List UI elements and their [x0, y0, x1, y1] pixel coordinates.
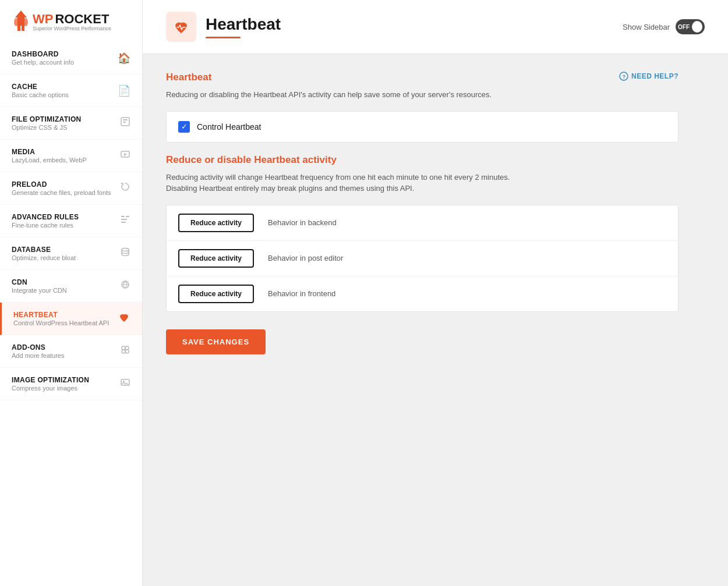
svg-rect-12	[126, 216, 129, 217]
svg-rect-6	[123, 119, 128, 120]
cdn-icon	[120, 279, 130, 293]
svg-text:?: ?	[622, 74, 625, 80]
behavior-row-backend: Reduce activity Behavior in backend	[167, 205, 678, 241]
sidebar-item-dashboard[interactable]: DASHBOARD Get help, account info 🏠	[0, 42, 142, 74]
need-help-link[interactable]: ? NEED HELP?	[619, 72, 678, 81]
add-ons-icon	[120, 345, 130, 358]
sidebar-toggle[interactable]: Show Sidebar OFF	[623, 19, 705, 34]
section1-title: Heartbeat	[166, 72, 211, 83]
sidebar-subtitle-cache: Basic cache options	[12, 91, 69, 98]
section2-title: Reduce or disable Heartbeat activity	[166, 154, 678, 166]
svg-point-4	[23, 18, 28, 26]
control-heartbeat-checkbox-wrap[interactable]: ✓ Control Heartbeat	[178, 121, 261, 133]
logo-rocket: ROCKET	[55, 12, 109, 27]
page-heartbeat-icon	[172, 18, 190, 35]
toggle-text: OFF	[678, 24, 690, 30]
toggle-switch[interactable]: OFF	[676, 19, 705, 34]
save-changes-button[interactable]: SAVE CHANGES	[166, 329, 266, 354]
svg-rect-1	[17, 25, 20, 31]
sidebar-subtitle-image-optimization: Compress your images	[12, 385, 89, 392]
behavior-post-editor-label: Behavior in post editor	[268, 254, 343, 262]
sidebar-title-heartbeat: HEARTBEAT	[13, 311, 109, 319]
control-heartbeat-label: Control Heartbeat	[197, 122, 261, 132]
svg-point-20	[123, 381, 125, 382]
svg-point-16	[125, 346, 129, 350]
media-icon	[120, 149, 130, 162]
svg-rect-2	[22, 25, 24, 31]
sidebar-item-cache[interactable]: CACHE Basic cache options 📄	[0, 74, 142, 107]
behavior-row-post-editor: Reduce activity Behavior in post editor	[167, 241, 678, 276]
sidebar-item-heartbeat[interactable]: HEARTBEAT Control WordPress Heartbeat AP…	[0, 303, 142, 335]
sidebar-item-preload[interactable]: PRELOAD Generate cache files, preload fo…	[0, 172, 142, 205]
cache-icon: 📄	[118, 84, 130, 97]
file-optimization-icon	[120, 116, 130, 130]
show-sidebar-label: Show Sidebar	[623, 23, 670, 31]
section2-description: Reducing activity will change Heartbeat …	[166, 172, 678, 194]
sidebar-title-advanced-rules: ADVANCED RULES	[12, 213, 79, 221]
page-title-underline	[206, 37, 241, 38]
page-header-left: Heartbeat	[166, 12, 281, 42]
behavior-row-frontend: Reduce activity Behavior in frontend	[167, 276, 678, 311]
sidebar-subtitle-database: Optimize, reduce bloat	[12, 254, 76, 261]
sidebar-item-file-optimization[interactable]: FILE OPTIMIZATION Optimize CSS & JS	[0, 107, 142, 140]
sidebar-item-advanced-rules[interactable]: ADVANCED RULES Fine-tune cache rules	[0, 205, 142, 237]
control-heartbeat-checkbox[interactable]: ✓	[178, 121, 190, 133]
toggle-knob	[692, 21, 702, 33]
sidebar-title-image-optimization: IMAGE OPTIMIZATION	[12, 376, 89, 384]
svg-point-15	[122, 346, 125, 350]
sidebar-subtitle-add-ons: Add more features	[12, 352, 65, 359]
reduce-activity-post-editor-button[interactable]: Reduce activity	[178, 249, 254, 268]
sidebar-subtitle-advanced-rules: Fine-tune cache rules	[12, 222, 79, 229]
logo-area: WP ROCKET Superior WordPress Performance	[0, 0, 142, 42]
logo-wp: WP	[33, 12, 53, 27]
sidebar-title-database: DATABASE	[12, 246, 76, 254]
svg-point-18	[125, 350, 129, 353]
svg-rect-10	[121, 219, 127, 220]
database-icon	[120, 247, 130, 260]
behavior-frontend-label: Behavior in frontend	[268, 289, 335, 298]
home-icon: 🏠	[118, 52, 130, 65]
reduce-activity-frontend-button[interactable]: Reduce activity	[178, 285, 254, 303]
preload-icon	[120, 182, 130, 195]
control-heartbeat-panel: ✓ Control Heartbeat	[166, 111, 678, 143]
sidebar-subtitle-file-optimization: Optimize CSS & JS	[12, 124, 82, 131]
sidebar-title-add-ons: ADD-ONS	[12, 343, 65, 351]
sidebar-item-image-optimization[interactable]: IMAGE OPTIMIZATION Compress your images	[0, 368, 142, 400]
heartbeat-icon	[118, 311, 130, 326]
logo-subtitle: Superior WordPress Performance	[33, 26, 111, 31]
sidebar-subtitle-cdn: Integrate your CDN	[12, 287, 67, 294]
sidebar-title-file-optimization: FILE OPTIMIZATION	[12, 115, 82, 123]
behavior-panel: Reduce activity Behavior in backend Redu…	[166, 205, 678, 312]
sidebar-title-media: MEDIA	[12, 148, 87, 156]
image-optimization-icon	[120, 377, 130, 390]
svg-rect-11	[121, 222, 126, 223]
sidebar-item-media[interactable]: MEDIA LazyLoad, embeds, WebP	[0, 140, 142, 172]
rocket-logo-icon	[12, 9, 30, 34]
svg-point-3	[14, 18, 19, 26]
help-circle-icon: ?	[619, 72, 628, 81]
sidebar: WP ROCKET Superior WordPress Performance…	[0, 0, 143, 586]
main-content: Heartbeat Show Sidebar OFF Heartbeat ? N…	[143, 0, 728, 586]
sidebar-item-database[interactable]: DATABASE Optimize, reduce bloat	[0, 237, 142, 270]
sidebar-item-add-ons[interactable]: ADD-ONS Add more features	[0, 335, 142, 368]
page-body: Heartbeat ? NEED HELP? Reducing or disab…	[143, 54, 702, 372]
behavior-backend-label: Behavior in backend	[268, 218, 337, 227]
page-icon-wrap	[166, 12, 196, 42]
svg-rect-9	[121, 216, 125, 217]
svg-rect-7	[123, 122, 126, 123]
page-title: Heartbeat	[206, 15, 281, 34]
advanced-rules-icon	[120, 214, 130, 228]
sidebar-title-cdn: CDN	[12, 278, 67, 286]
sidebar-title-cache: CACHE	[12, 83, 69, 91]
sidebar-nav: DASHBOARD Get help, account info 🏠 CACHE…	[0, 42, 142, 586]
sidebar-subtitle-media: LazyLoad, embeds, WebP	[12, 157, 87, 164]
need-help-text: NEED HELP?	[631, 72, 678, 80]
sidebar-subtitle-heartbeat: Control WordPress Heartbeat API	[13, 319, 109, 326]
svg-point-13	[122, 248, 129, 251]
section1-description: Reducing or disabling the Heartbeat API'…	[166, 89, 678, 101]
section1-header-row: Heartbeat ? NEED HELP?	[166, 72, 678, 89]
reduce-activity-backend-button[interactable]: Reduce activity	[178, 214, 254, 232]
svg-point-17	[122, 350, 125, 353]
sidebar-item-cdn[interactable]: CDN Integrate your CDN	[0, 270, 142, 303]
checkmark-icon: ✓	[181, 122, 188, 131]
